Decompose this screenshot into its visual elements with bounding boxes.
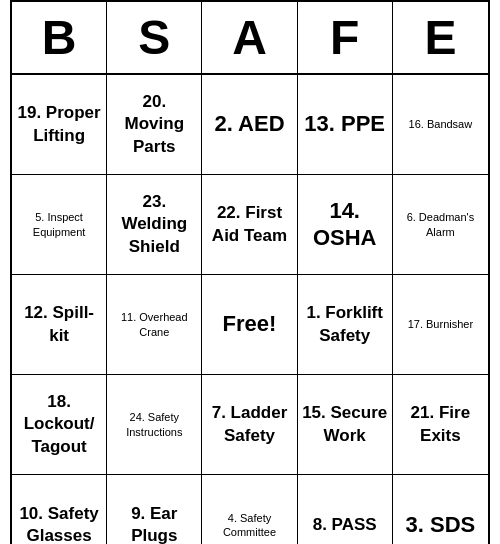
bingo-card: BSAFE 19. Proper Lifting20. Moving Parts… [10, 0, 490, 544]
cell-text: 12. Spill-kit [16, 302, 102, 346]
bingo-cell: 12. Spill-kit [12, 275, 107, 375]
cell-text: Free! [223, 310, 277, 339]
header-letter: B [12, 2, 107, 73]
header-letter: F [298, 2, 393, 73]
cell-text: 13. PPE [304, 111, 385, 137]
cell-text: 3. SDS [406, 512, 476, 538]
header-letter: S [107, 2, 202, 73]
bingo-cell: 16. Bandsaw [393, 75, 488, 175]
cell-text: 16. Bandsaw [409, 117, 473, 131]
cell-text: 8. PASS [313, 514, 377, 536]
bingo-cell: 9. Ear Plugs [107, 475, 202, 544]
bingo-cell: 6. Deadman's Alarm [393, 175, 488, 275]
bingo-cell: 18. Lockout/ Tagout [12, 375, 107, 475]
bingo-grid: 19. Proper Lifting20. Moving Parts2. AED… [12, 75, 488, 544]
header-letter: E [393, 2, 488, 73]
cell-text: 17. Burnisher [408, 317, 473, 331]
bingo-cell: 20. Moving Parts [107, 75, 202, 175]
header-letter: A [202, 2, 297, 73]
bingo-cell: 4. Safety Committee [202, 475, 297, 544]
cell-text: 7. Ladder Safety [206, 402, 292, 446]
bingo-cell: 21. Fire Exits [393, 375, 488, 475]
bingo-cell: 3. SDS [393, 475, 488, 544]
cell-text: 20. Moving Parts [111, 91, 197, 157]
bingo-cell: 10. Safety Glasses [12, 475, 107, 544]
cell-text: 6. Deadman's Alarm [397, 210, 484, 239]
bingo-cell: 1. Forklift Safety [298, 275, 393, 375]
bingo-cell: 17. Burnisher [393, 275, 488, 375]
bingo-cell: 13. PPE [298, 75, 393, 175]
cell-text: 5. Inspect Equipment [16, 210, 102, 239]
cell-text: 11. Overhead Crane [111, 310, 197, 339]
cell-text: 14. OSHA [302, 198, 388, 251]
cell-text: 18. Lockout/ Tagout [16, 391, 102, 457]
bingo-cell: Free! [202, 275, 297, 375]
cell-text: 19. Proper Lifting [16, 102, 102, 146]
bingo-cell: 5. Inspect Equipment [12, 175, 107, 275]
cell-text: 9. Ear Plugs [111, 503, 197, 544]
bingo-cell: 11. Overhead Crane [107, 275, 202, 375]
bingo-cell: 24. Safety Instructions [107, 375, 202, 475]
cell-text: 22. First Aid Team [206, 202, 292, 246]
bingo-header: BSAFE [12, 2, 488, 75]
cell-text: 24. Safety Instructions [111, 410, 197, 439]
bingo-cell: 15. Secure Work [298, 375, 393, 475]
bingo-cell: 14. OSHA [298, 175, 393, 275]
bingo-cell: 2. AED [202, 75, 297, 175]
bingo-cell: 22. First Aid Team [202, 175, 297, 275]
bingo-cell: 23. Welding Shield [107, 175, 202, 275]
cell-text: 21. Fire Exits [397, 402, 484, 446]
cell-text: 23. Welding Shield [111, 191, 197, 257]
cell-text: 15. Secure Work [302, 402, 388, 446]
cell-text: 4. Safety Committee [206, 511, 292, 540]
bingo-cell: 19. Proper Lifting [12, 75, 107, 175]
cell-text: 1. Forklift Safety [302, 302, 388, 346]
bingo-cell: 7. Ladder Safety [202, 375, 297, 475]
cell-text: 10. Safety Glasses [16, 503, 102, 544]
bingo-cell: 8. PASS [298, 475, 393, 544]
cell-text: 2. AED [214, 111, 284, 137]
